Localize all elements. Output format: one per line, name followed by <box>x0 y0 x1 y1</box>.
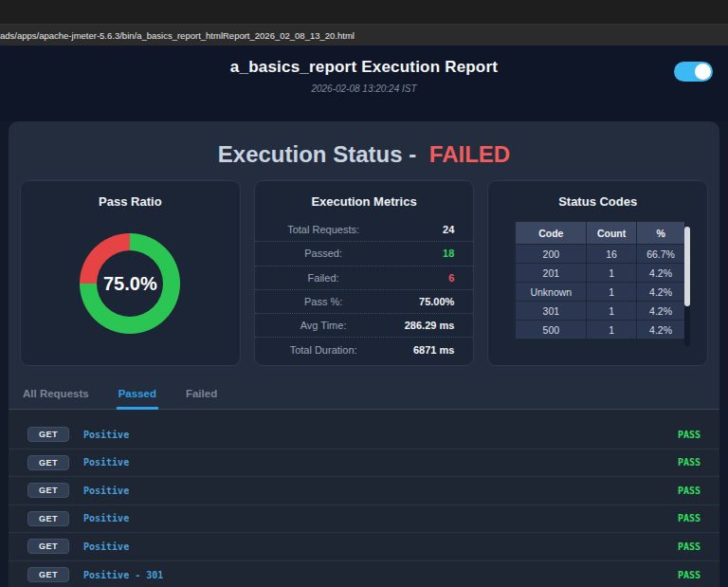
tab-passed[interactable]: Passed <box>117 382 158 410</box>
request-row[interactable]: GET Positive PASS <box>9 505 719 534</box>
metric-label: Failed: <box>274 272 373 284</box>
request-name[interactable]: Positive <box>83 541 129 552</box>
report-body: Execution Status - FAILED Pass Ratio 75.… <box>9 121 719 587</box>
pass-ratio-title: Pass Ratio <box>21 194 240 209</box>
table-row: 301 1 4.2% <box>516 302 685 321</box>
metric-value: 24 <box>373 224 455 235</box>
metric-value: 286.29 ms <box>373 320 455 331</box>
metric-row-passed: Passed: 18 <box>255 242 474 266</box>
table-row: 200 16 66.7% <box>516 245 685 264</box>
table-row: 201 1 4.2% <box>516 264 685 283</box>
metric-label: Passed: <box>274 248 373 259</box>
count-cell: 1 <box>587 283 636 302</box>
method-badge: GET <box>27 567 69 582</box>
result-badge: PASS <box>678 513 701 523</box>
metric-label: Total Requests: <box>274 224 373 235</box>
request-filter-tabs: All Requests Passed Failed <box>9 382 719 410</box>
request-name[interactable]: Positive <box>83 457 129 468</box>
count-cell: 16 <box>587 245 636 264</box>
status-codes-header-row: Code Count % <box>516 222 685 245</box>
request-row[interactable]: GET Positive - 301 PASS <box>9 561 719 587</box>
metric-value: 6871 ms <box>373 344 455 356</box>
percent-cell: 4.2% <box>636 264 685 283</box>
execution-status-value: FAILED <box>429 141 510 167</box>
code-cell: Unknown <box>516 283 587 302</box>
report-header: a_basics_report Execution Report 2026-02… <box>0 46 728 121</box>
execution-metrics-title: Execution Metrics <box>255 194 474 209</box>
request-row[interactable]: GET Positive PASS <box>9 421 719 449</box>
metric-value: 6 <box>373 272 455 284</box>
method-badge: GET <box>27 455 69 470</box>
browser-address-bar[interactable]: ads/apps/apache-jmeter-5.6.3/bin/a_basic… <box>0 25 728 46</box>
theme-toggle-knob <box>695 64 711 80</box>
report-timestamp: 2026-02-08 13:20:24 IST <box>0 83 728 94</box>
metrics-list: Total Requests: 24 Passed: 18 Failed: 6 … <box>255 218 474 362</box>
request-name[interactable]: Positive <box>83 486 129 496</box>
code-cell: 200 <box>516 245 587 264</box>
table-row: Unknown 1 4.2% <box>516 283 685 302</box>
column-header-count: Count <box>587 222 636 245</box>
address-bar-url[interactable]: ads/apps/apache-jmeter-5.6.3/bin/a_basic… <box>0 30 355 41</box>
metric-label: Total Duration: <box>274 344 373 356</box>
table-row: 500 1 4.2% <box>516 321 685 339</box>
page-title: a_basics_report Execution Report <box>0 58 728 77</box>
execution-status-heading: Execution Status - FAILED <box>9 141 719 168</box>
pass-ratio-chart: 75.0% <box>80 233 180 334</box>
execution-metrics-card: Execution Metrics Total Requests: 24 Pas… <box>254 180 475 366</box>
report-page: a_basics_report Execution Report 2026-02… <box>0 46 728 587</box>
tab-failed[interactable]: Failed <box>184 382 219 410</box>
request-name[interactable]: Positive <box>83 513 129 523</box>
theme-toggle[interactable] <box>674 62 713 82</box>
column-header-code: Code <box>516 222 587 245</box>
metric-row-total-duration: Total Duration: 6871 ms <box>255 338 474 361</box>
metric-value: 18 <box>373 248 455 259</box>
browser-chrome: ads/apps/apache-jmeter-5.6.3/bin/a_basic… <box>0 0 728 46</box>
percent-cell: 66.7% <box>636 245 685 264</box>
status-codes-table: Code Count % 200 16 66.7% 201 <box>515 221 685 339</box>
result-badge: PASS <box>678 541 701 552</box>
count-cell: 1 <box>587 264 636 283</box>
method-badge: GET <box>27 539 69 554</box>
request-list: GET Positive PASS GET Positive PASS GET … <box>9 410 719 587</box>
browser-tab-bar[interactable] <box>0 0 728 25</box>
column-header-percent: % <box>636 222 685 245</box>
status-codes-card: Status Codes Code Count % 200 16 66 <box>487 180 708 366</box>
request-name[interactable]: Positive - 301 <box>83 570 163 580</box>
metric-row-avg-time: Avg Time: 286.29 ms <box>255 314 474 338</box>
code-cell: 500 <box>516 321 587 339</box>
count-cell: 1 <box>587 302 636 321</box>
method-badge: GET <box>27 483 69 498</box>
execution-status-label: Execution Status - <box>218 141 416 167</box>
pass-ratio-percentage: 75.0% <box>80 233 180 334</box>
request-row[interactable]: GET Positive PASS <box>9 449 719 478</box>
percent-cell: 4.2% <box>636 302 685 321</box>
code-cell: 301 <box>516 302 587 321</box>
table-scrollbar[interactable] <box>684 227 690 346</box>
metric-value: 75.00% <box>373 296 455 307</box>
method-badge: GET <box>27 427 69 442</box>
percent-cell: 4.2% <box>636 283 685 302</box>
result-badge: PASS <box>678 430 701 440</box>
metric-label: Avg Time: <box>274 320 373 331</box>
request-row[interactable]: GET Positive PASS <box>9 477 719 505</box>
pass-ratio-card: Pass Ratio 75.0% <box>20 180 241 366</box>
metric-row-failed: Failed: 6 <box>255 266 474 290</box>
summary-cards: Pass Ratio 75.0% Execution Metrics Total… <box>9 169 719 366</box>
result-badge: PASS <box>678 486 701 496</box>
metric-row-pass-percent: Pass %: 75.00% <box>255 290 474 314</box>
metric-label: Pass %: <box>274 296 373 307</box>
result-badge: PASS <box>678 457 701 468</box>
count-cell: 1 <box>587 321 636 339</box>
result-badge: PASS <box>678 570 701 580</box>
method-badge: GET <box>27 511 69 526</box>
table-scrollbar-thumb[interactable] <box>684 227 690 306</box>
percent-cell: 4.2% <box>636 321 685 339</box>
status-codes-title: Status Codes <box>488 194 707 209</box>
tab-all-requests[interactable]: All Requests <box>21 382 91 410</box>
request-name[interactable]: Positive <box>83 430 129 440</box>
metric-row-total-requests: Total Requests: 24 <box>255 218 474 242</box>
request-row[interactable]: GET Positive PASS <box>9 533 719 561</box>
code-cell: 201 <box>516 264 587 283</box>
